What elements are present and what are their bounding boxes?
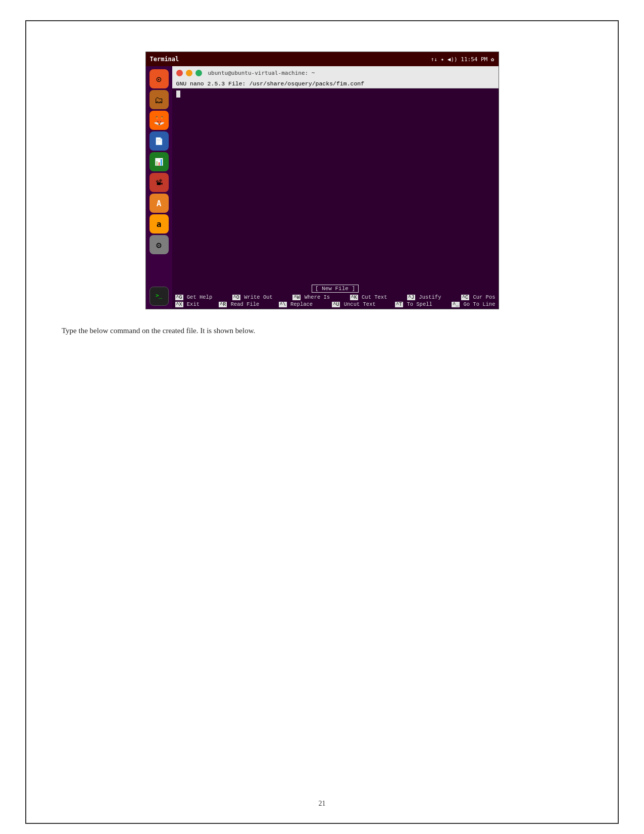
key-x: ^X: [175, 302, 183, 307]
close-button[interactable]: [176, 70, 183, 76]
terminal-icon[interactable]: >_: [150, 287, 169, 306]
ubuntu-icon[interactable]: ⊙: [150, 69, 169, 88]
shortcut-get-help: ^G Get Help: [175, 294, 213, 300]
settings-icon[interactable]: ⚙: [150, 235, 169, 254]
shortcut-write-out: ^O Write Out: [232, 294, 273, 300]
shortcut-replace: ^\ Replace: [279, 301, 313, 307]
maximize-button[interactable]: [195, 70, 202, 76]
shortcut-cur-pos: ^C Cur Pos: [461, 294, 495, 300]
terminal-screenshot: Terminal ↑↓ ✦ ◀)) 11:54 PM ✿ ⊙ 🗂 🦊 📄 📊 📽…: [145, 52, 499, 309]
calc-icon[interactable]: 📊: [150, 152, 169, 171]
shortcut-to-spell: ^T To Spell: [395, 301, 432, 307]
window-title: ubuntu@ubuntu-virtual-machine: ~: [208, 70, 315, 76]
topbar-title: Terminal: [150, 56, 179, 63]
key-k: ^K: [350, 295, 358, 300]
nano-header: GNU nano 2.5.3 File: /usr/share/osquery/…: [172, 79, 499, 88]
nano-editor[interactable]: [172, 88, 499, 285]
nano-center-bar: [ New File ]: [172, 285, 499, 293]
terminal-main: ⊙ 🗂 🦊 📄 📊 📽 A a ⚙ >_: [146, 66, 499, 309]
shortcut-where-is: ^W Where Is: [292, 294, 330, 300]
shortcut-uncut-text: ^U Uncut Text: [332, 301, 375, 307]
nano-cursor: [176, 90, 180, 98]
shortcut-justify: ^J Justify: [407, 294, 441, 300]
page-number: 21: [26, 800, 618, 808]
key-o: ^O: [232, 295, 240, 300]
key-c: ^C: [461, 295, 469, 300]
impress-icon[interactable]: 📽: [150, 173, 169, 192]
topbar-tray: ↑↓ ✦ ◀)) 11:54 PM ✿: [431, 56, 494, 63]
ubuntu-topbar: Terminal ↑↓ ✦ ◀)) 11:54 PM ✿: [146, 52, 499, 66]
shortcut-cut-text: ^K Cut Text: [350, 294, 387, 300]
shortcut-exit: ^X Exit: [175, 301, 200, 307]
key-backslash: ^\: [279, 302, 287, 307]
files-icon[interactable]: 🗂: [150, 90, 169, 109]
key-t: ^T: [395, 302, 403, 307]
launcher-sidebar: ⊙ 🗂 🦊 📄 📊 📽 A a ⚙ >_: [146, 66, 172, 309]
shortcut-read-file: ^R Read File: [219, 301, 259, 307]
new-file-label: [ New File ]: [312, 285, 359, 293]
key-j: ^J: [407, 295, 415, 300]
nano-row-1: ^G Get Help ^O Write Out ^W Where Is ^K …: [174, 294, 497, 301]
shortcut-go-to-line: ^_ Go To Line: [452, 301, 495, 307]
key-w: ^W: [292, 295, 301, 300]
key-underscore: ^_: [452, 302, 460, 307]
key-u: ^U: [332, 302, 340, 307]
draw-icon[interactable]: A: [150, 194, 169, 213]
nano-row-2: ^X Exit ^R Read File ^\ Replace ^U Uncut…: [174, 301, 497, 308]
terminal-content-area: ubuntu@ubuntu-virtual-machine: ~ GNU nan…: [172, 66, 499, 309]
minimize-button[interactable]: [186, 70, 192, 76]
window-bar: ubuntu@ubuntu-virtual-machine: ~: [172, 66, 499, 79]
key-r: ^R: [219, 302, 227, 307]
nano-shortcuts: ^G Get Help ^O Write Out ^W Where Is ^K …: [172, 293, 499, 309]
key-g: ^G: [175, 295, 183, 300]
firefox-icon[interactable]: 🦊: [150, 111, 169, 130]
page: Terminal ↑↓ ✦ ◀)) 11:54 PM ✿ ⊙ 🗂 🦊 📄 📊 📽…: [25, 20, 619, 824]
writer-icon[interactable]: 📄: [150, 131, 169, 151]
body-text: Type the below command on the created fi…: [57, 325, 587, 337]
amazon-icon[interactable]: a: [150, 214, 169, 234]
